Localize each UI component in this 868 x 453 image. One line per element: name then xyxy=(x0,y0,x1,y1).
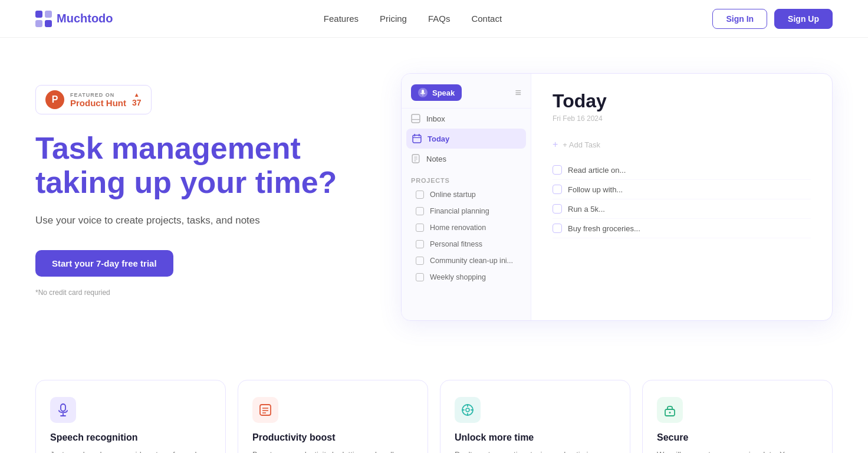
ph-logo: P xyxy=(45,90,64,109)
task-item-3[interactable]: Buy fresh groceries... xyxy=(553,219,811,238)
inbox-icon xyxy=(411,114,420,123)
nav-faqs[interactable]: FAQs xyxy=(428,14,451,24)
no-credit-text: *No credit card requried xyxy=(35,288,377,297)
feature-title-unlock: Unlock more time xyxy=(455,432,616,443)
project-dot xyxy=(416,257,424,265)
ph-score: ▲ 37 xyxy=(132,92,142,107)
app-mockup-container: Speak ≡ Inbox Today Notes Projects xyxy=(401,73,833,321)
feature-title-secure: Secure xyxy=(657,432,818,443)
mic-icon xyxy=(418,88,428,97)
sidebar-today[interactable]: Today xyxy=(406,129,526,149)
signup-button[interactable]: Sign Up xyxy=(774,9,833,29)
svg-rect-16 xyxy=(61,404,65,411)
sidebar-inbox-label: Inbox xyxy=(426,114,445,123)
add-task-label: + Add Task xyxy=(563,140,600,149)
speak-button[interactable]: Speak xyxy=(411,84,462,101)
nav-links: Features Pricing FAQs Contact xyxy=(324,14,502,24)
task-checkbox-1[interactable] xyxy=(553,185,562,194)
svg-rect-6 xyxy=(412,114,420,123)
project-item-1[interactable]: Financial planning xyxy=(402,203,531,219)
hero-section: P FEATURED ON Product Hunt ▲ 37 Task man… xyxy=(0,38,868,368)
task-text-1: Follow up with... xyxy=(568,185,623,194)
feature-card-secure: Secure We will never store your voice da… xyxy=(642,380,833,453)
task-checkbox-2[interactable] xyxy=(553,204,562,214)
sidebar-notes-label: Notes xyxy=(426,155,446,163)
ph-name: Product Hunt xyxy=(70,98,126,108)
task-text-2: Run a 5k... xyxy=(568,205,605,214)
mockup-sidebar: Speak ≡ Inbox Today Notes Projects xyxy=(402,74,531,320)
project-item-5[interactable]: Weekly shopping xyxy=(402,269,531,285)
logo[interactable]: Muchtodo xyxy=(35,11,113,27)
task-item-1[interactable]: Follow up with... xyxy=(553,180,811,199)
features-section: Speech recognition Just speak and see yo… xyxy=(0,368,868,453)
productivity-icon-wrap xyxy=(252,397,278,423)
task-text-0: Read article on... xyxy=(568,166,626,175)
logo-icon xyxy=(35,11,52,27)
mockup-header: Speak ≡ xyxy=(402,74,531,109)
projects-label: Projects xyxy=(402,169,531,186)
task-item-2[interactable]: Run a 5k... xyxy=(553,199,811,219)
nav-actions: Sign In Sign Up xyxy=(712,9,833,29)
logo-text: Muchtodo xyxy=(57,12,113,25)
ph-score-value: 37 xyxy=(132,98,142,107)
mockup-today-title: Today xyxy=(553,90,811,112)
navbar: Muchtodo Features Pricing FAQs Contact S… xyxy=(0,0,868,38)
task-checkbox-0[interactable] xyxy=(553,165,562,175)
unlock-icon-wrap xyxy=(455,397,481,423)
svg-point-24 xyxy=(466,408,469,412)
svg-point-30 xyxy=(669,412,671,413)
project-item-3[interactable]: Personal fitness xyxy=(402,236,531,252)
project-item-4[interactable]: Community clean-up ini... xyxy=(402,252,531,269)
speech-icon-wrap xyxy=(50,397,76,423)
task-checkbox-3[interactable] xyxy=(553,224,562,233)
project-dot xyxy=(416,273,424,281)
feature-desc-speech: Just speak and see your ideas transforme… xyxy=(50,449,211,453)
project-item-2[interactable]: Home renovation xyxy=(402,219,531,236)
speak-label: Speak xyxy=(432,88,455,97)
notes-icon xyxy=(411,154,420,163)
nav-pricing[interactable]: Pricing xyxy=(380,14,407,24)
ph-featured-label: FEATURED ON xyxy=(70,92,126,98)
project-dot xyxy=(416,224,424,232)
task-text-3: Buy fresh groceries... xyxy=(568,224,640,233)
svg-rect-0 xyxy=(35,11,42,18)
menu-icon[interactable]: ≡ xyxy=(515,87,521,99)
trial-button[interactable]: Start your 7-day free trial xyxy=(35,250,173,277)
speech-icon xyxy=(57,403,70,416)
add-task-button[interactable]: + + Add Task xyxy=(553,139,811,150)
sidebar-notes[interactable]: Notes xyxy=(402,149,531,169)
feature-card-speech: Speech recognition Just speak and see yo… xyxy=(35,380,226,453)
hero-left: P FEATURED ON Product Hunt ▲ 37 Task man… xyxy=(35,73,377,297)
add-plus-icon: + xyxy=(553,139,558,150)
feature-title-productivity: Productivity boost xyxy=(252,432,413,443)
nav-contact[interactable]: Contact xyxy=(471,14,502,24)
hero-title: Task management taking up your time? xyxy=(35,131,377,199)
project-dot xyxy=(416,240,424,248)
svg-rect-3 xyxy=(45,20,52,27)
task-item-0[interactable]: Read article on... xyxy=(553,160,811,180)
nav-features[interactable]: Features xyxy=(324,14,359,24)
mockup-main: Today Fri Feb 16 2024 + + Add Task Read … xyxy=(531,74,832,320)
secure-icon xyxy=(663,403,676,416)
feature-desc-productivity: Boost your productivity by letting us ha… xyxy=(252,449,413,453)
today-icon xyxy=(412,134,422,143)
feature-desc-secure: We will never store your voice data. You… xyxy=(657,449,818,453)
feature-title-speech: Speech recognition xyxy=(50,432,211,443)
app-mockup: Speak ≡ Inbox Today Notes Projects xyxy=(401,73,833,321)
ph-text: FEATURED ON Product Hunt xyxy=(70,92,126,108)
secure-icon-wrap xyxy=(657,397,683,423)
feature-card-unlock: Unlock more time Don't waste your time t… xyxy=(440,380,630,453)
sidebar-inbox[interactable]: Inbox xyxy=(402,109,531,129)
feature-desc-unlock: Don't waste your time typing and optimiz… xyxy=(455,449,616,453)
signin-button[interactable]: Sign In xyxy=(712,9,767,29)
svg-rect-4 xyxy=(422,90,424,94)
sidebar-today-label: Today xyxy=(428,134,449,143)
project-item-0[interactable]: Online startup xyxy=(402,186,531,203)
svg-rect-2 xyxy=(35,20,42,27)
ph-triangle: ▲ xyxy=(134,92,140,98)
svg-rect-19 xyxy=(260,405,271,415)
svg-rect-1 xyxy=(45,11,52,18)
mockup-date: Fri Feb 16 2024 xyxy=(553,114,811,123)
project-dot xyxy=(416,191,424,199)
svg-rect-8 xyxy=(413,135,421,143)
